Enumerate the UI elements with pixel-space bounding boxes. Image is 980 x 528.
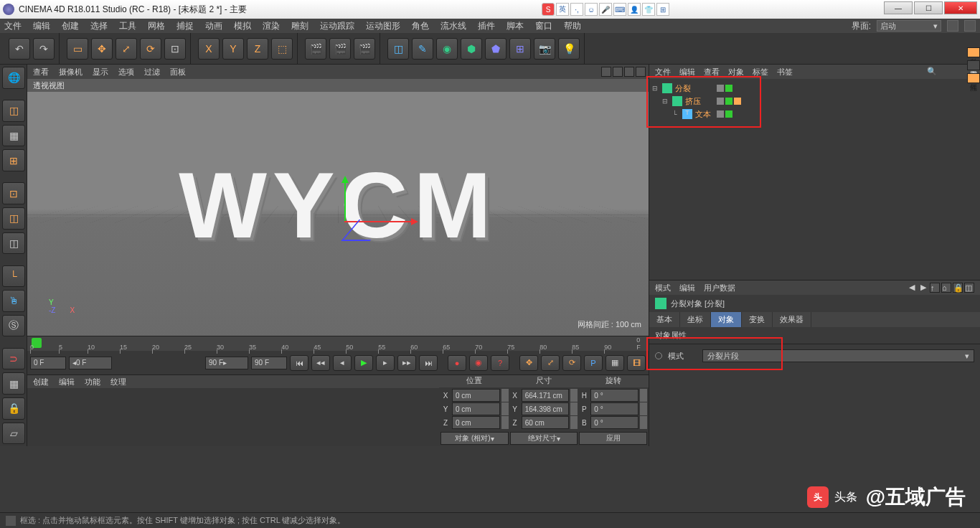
menu-window[interactable]: 窗口 xyxy=(535,20,552,32)
vp-nav-icon-2[interactable] xyxy=(613,67,623,77)
gizmo-y-axis[interactable] xyxy=(344,178,346,221)
vp-menu-options[interactable]: 选项 xyxy=(118,67,134,77)
menu-mograph[interactable]: 运动图形 xyxy=(366,20,400,32)
record-button[interactable]: ● xyxy=(448,355,466,371)
planar-workplane-button[interactable]: ▱ xyxy=(2,423,25,445)
rot-b-field[interactable]: 0 ° xyxy=(590,416,639,429)
vp-nav-icon-3[interactable] xyxy=(624,67,634,77)
size-mode-selector[interactable]: 绝对尺寸 ▾ xyxy=(510,432,578,445)
next-key-button[interactable]: ▸▸ xyxy=(397,355,416,371)
key-pla-button[interactable]: ▦ xyxy=(606,355,624,371)
redo-button[interactable]: ↷ xyxy=(33,38,55,60)
apply-button[interactable]: 应用 xyxy=(579,432,647,445)
layout-icon-2[interactable] xyxy=(964,20,976,32)
attr-up-icon[interactable]: ↑ xyxy=(930,283,940,293)
rotate-tool[interactable]: ⟳ xyxy=(140,38,161,60)
menu-motiontrack[interactable]: 运动跟踪 xyxy=(320,20,354,32)
key-rot-button[interactable]: ⟳ xyxy=(562,355,581,371)
menu-tools[interactable]: 工具 xyxy=(119,20,136,32)
pos-y-field[interactable]: 0 cm xyxy=(452,402,500,415)
keyselect-button[interactable]: ? xyxy=(491,355,509,371)
render-region-button[interactable]: 🎬 xyxy=(329,38,351,60)
side-tab-objects[interactable]: 对象 xyxy=(967,47,980,57)
vp-menu-camera[interactable]: 摄像机 xyxy=(59,67,83,77)
menu-create[interactable]: 创建 xyxy=(62,20,79,32)
scale-tool[interactable]: ⤢ xyxy=(116,38,137,60)
visibility-tag-icon[interactable] xyxy=(725,85,732,92)
maximize-button[interactable]: ☐ xyxy=(914,1,943,14)
model-mode-button[interactable]: ◫ xyxy=(2,100,25,122)
cur-end-field[interactable]: 90 F ▸ xyxy=(205,357,248,369)
menu-script[interactable]: 脚本 xyxy=(507,20,524,32)
vp-menu-panel[interactable]: 面板 xyxy=(170,67,186,77)
layer-tag-icon[interactable] xyxy=(717,110,724,118)
tab-coord[interactable]: 坐标 xyxy=(680,312,711,327)
search-icon[interactable]: 🔍 xyxy=(927,67,937,77)
rot-h-field[interactable]: 0 ° xyxy=(590,389,639,402)
perspective-viewport[interactable]: WYCM Y -ZX 网格间距 : 100 cm xyxy=(27,92,649,336)
timeline-ruler[interactable]: 05 1015 2025 3035 4045 5055 6065 7075 80… xyxy=(27,336,649,351)
attr-new-icon[interactable]: ◫ xyxy=(964,283,974,293)
edges-mode-button[interactable]: ◫ xyxy=(2,207,25,230)
attr-menu-edit[interactable]: 编辑 xyxy=(679,283,695,293)
tree-item-text[interactable]: └T 文本 xyxy=(652,108,977,121)
rot-p-field[interactable]: 0 ° xyxy=(590,402,639,415)
ime-keyboard-icon[interactable]: ⌨ xyxy=(613,3,626,16)
vp-menu-view[interactable]: 查看 xyxy=(33,67,49,77)
points-mode-button[interactable]: ⊡ xyxy=(2,182,25,204)
light-button[interactable]: 💡 xyxy=(558,38,580,60)
om-view-icon[interactable] xyxy=(946,67,956,77)
prev-frame-button[interactable]: ◂ xyxy=(333,355,352,371)
nav-fwd-icon[interactable]: ▶ xyxy=(918,283,928,293)
menu-animate[interactable]: 动画 xyxy=(205,20,222,32)
vp-nav-icon-4[interactable] xyxy=(636,67,646,77)
select-tool[interactable]: ▭ xyxy=(67,38,88,60)
tab-transform[interactable]: 变换 xyxy=(742,312,773,327)
ime-mic-icon[interactable]: 🎤 xyxy=(599,3,612,16)
ime-punct[interactable]: ·, xyxy=(570,3,583,16)
spline-pen-button[interactable]: ✎ xyxy=(412,38,433,60)
menu-select[interactable]: 选择 xyxy=(90,20,108,32)
generator-button[interactable]: ◉ xyxy=(436,38,458,60)
pos-x-field[interactable]: 0 cm xyxy=(452,389,500,402)
make-editable-button[interactable]: 🌐 xyxy=(2,67,25,89)
next-frame-button[interactable]: ▸ xyxy=(376,355,395,371)
axis-mode-button[interactable]: └ xyxy=(2,265,25,288)
side-tab-content[interactable]: 内容浏览器 xyxy=(967,60,980,70)
autokey-button[interactable]: ◉ xyxy=(469,355,488,371)
size-z-field[interactable]: 60 cm xyxy=(522,416,570,429)
play-button[interactable]: ▶ xyxy=(354,355,373,371)
attr-menu-userdata[interactable]: 用户数据 xyxy=(704,283,735,293)
undo-button[interactable]: ↶ xyxy=(9,38,30,60)
vp-menu-display[interactable]: 显示 xyxy=(93,67,108,77)
phong-tag-icon[interactable] xyxy=(734,98,741,105)
menu-snap[interactable]: 捕捉 xyxy=(176,20,194,32)
magnet-button[interactable]: ⊃ xyxy=(2,348,25,370)
lock-workplane-button[interactable]: 🔒 xyxy=(2,397,25,420)
axis-y-button[interactable]: Y xyxy=(222,38,244,60)
last-tool[interactable]: ⊡ xyxy=(164,38,186,60)
goto-start-button[interactable]: ⏮ xyxy=(290,355,308,371)
attr-lock-icon[interactable]: 🔒 xyxy=(953,283,963,293)
ime-user-icon[interactable]: 👤 xyxy=(628,3,641,16)
tab-object[interactable]: 对象 xyxy=(711,312,742,327)
ime-icon[interactable]: S xyxy=(542,3,555,16)
tab-effector[interactable]: 效果器 xyxy=(773,312,811,327)
range-start-field[interactable]: 0 F xyxy=(30,357,66,369)
layout-icon-1[interactable] xyxy=(947,20,958,32)
om-menu-bookmarks[interactable]: 书签 xyxy=(777,67,793,77)
axis-z-button[interactable]: Z xyxy=(247,38,268,60)
key-scale-button[interactable]: ⤢ xyxy=(541,355,560,371)
menu-edit[interactable]: 编辑 xyxy=(33,20,50,32)
layer-tag-icon[interactable] xyxy=(717,85,724,92)
primitive-cube-button[interactable]: ◫ xyxy=(387,38,409,60)
render-view-button[interactable]: 🎬 xyxy=(305,38,326,60)
environment-button[interactable]: ⊞ xyxy=(509,38,531,60)
prev-key-button[interactable]: ◂◂ xyxy=(311,355,330,371)
mat-menu-create[interactable]: 创建 xyxy=(33,377,49,387)
tweak-mode-button[interactable]: 🖱 xyxy=(2,290,25,312)
mograph-button[interactable]: ⬢ xyxy=(461,38,482,60)
tree-item-split[interactable]: ⊟ 分裂 xyxy=(652,82,977,95)
object-tree[interactable]: ⊟ 分裂 ⊟ 挤压 └T 文本 xyxy=(649,79,980,280)
size-y-field[interactable]: 164.398 cm xyxy=(522,402,570,415)
